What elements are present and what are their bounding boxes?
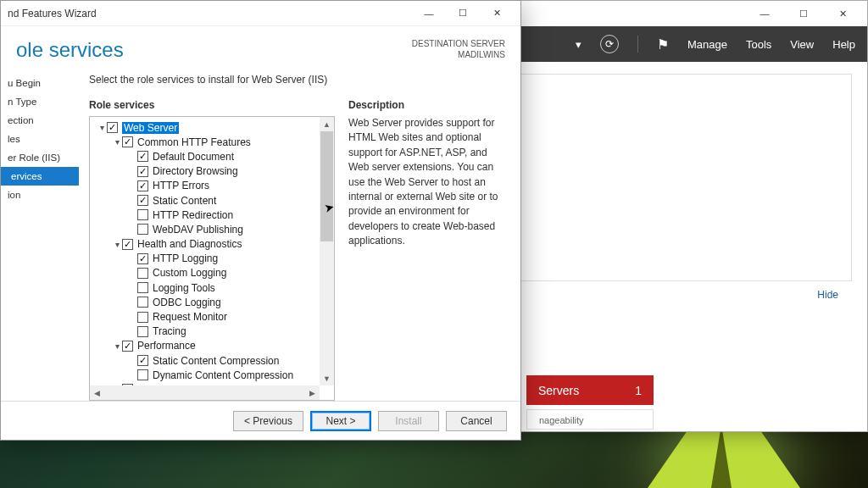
checkbox[interactable] [137,195,148,206]
role-services-tree: ▾Web Server▾Common HTTP FeaturesDefault … [89,116,335,401]
nav-step[interactable]: er Role (IIS) [1,148,79,167]
expand-icon[interactable]: ▾ [112,341,122,351]
tree-node[interactable]: HTTP Redirection [92,208,318,222]
tree-node[interactable]: Static Content [92,193,318,208]
sm-manageability-row: nageability [526,409,654,430]
tree-label: Static Content [153,195,216,207]
checkbox[interactable] [137,282,148,293]
nav-step[interactable]: ervices [1,167,79,186]
wiz-maximize-button[interactable]: ☐ [446,5,480,22]
tree-node[interactable]: Tracing [92,324,318,339]
tree-label: Performance [137,340,196,352]
dest-value: MADILWINS [412,49,505,60]
refresh-icon[interactable]: ⟳ [600,35,619,53]
sm-maximize-button[interactable]: ☐ [784,1,823,26]
tree-node[interactable]: Default Document [92,149,318,164]
sm-close-button[interactable]: ✕ [823,1,862,26]
wizard-header: ole services DESTINATION SERVER MADILWIN… [1,26,520,69]
checkbox[interactable] [137,268,148,279]
checkbox[interactable] [137,253,148,264]
tree-node[interactable]: Custom Logging [92,266,318,280]
install-button: Install [378,411,439,431]
nav-step[interactable]: ion [1,186,79,204]
expand-icon[interactable]: ▾ [97,123,107,132]
tree-label: Logging Tools [153,282,215,294]
dest-label: DESTINATION SERVER [412,38,505,49]
menu-view[interactable]: View [790,38,814,51]
tree-node[interactable]: ODBC Logging [92,295,318,309]
flag-icon[interactable]: ⚑ [657,36,669,53]
cancel-button[interactable]: Cancel [446,411,507,431]
tree-node[interactable]: ▾Performance [92,339,318,353]
description-heading: Description [348,99,507,111]
page-heading: ole services [16,38,124,62]
tree-label: Tracing [153,325,186,337]
tree-node[interactable]: ▾Health and Diagnostics [92,237,318,252]
nav-step[interactable]: u Begin [1,74,79,92]
checkbox[interactable] [122,341,133,352]
tree-node[interactable]: Logging Tools [92,280,318,295]
tile-count: 1 [635,384,642,397]
tree-label: Web Server [122,122,179,134]
tree-label: Directory Browsing [153,165,238,177]
tree-label: HTTP Logging [153,252,218,264]
wizard-titlebar[interactable]: nd Features Wizard — ☐ ✕ [1,1,520,26]
nav-step[interactable]: ection [1,111,79,130]
next-button[interactable]: Next > [310,411,371,431]
tree-label: HTTP Errors [153,180,209,191]
tree-node[interactable]: HTTP Logging [92,252,318,266]
wiz-close-button[interactable]: ✕ [480,5,514,22]
tree-node[interactable]: ▾Common HTTP Features [92,135,318,149]
scroll-thumb[interactable] [320,131,333,241]
tree-heading: Role services [89,99,335,111]
tree-node[interactable]: WebDAV Publishing [92,222,318,236]
checkbox[interactable] [137,312,148,323]
checkbox[interactable] [137,224,148,235]
sm-caret-icon[interactable]: ▾ [576,38,581,51]
previous-button[interactable]: < Previous [233,411,303,431]
separator [637,36,638,53]
tree-label: Request Monitor [153,311,227,323]
expand-icon[interactable]: ▾ [112,137,122,147]
tree-node[interactable]: Dynamic Content Compression [92,368,318,382]
tree-label: Common HTTP Features [137,136,251,148]
checkbox[interactable] [107,122,118,133]
tree-label: ODBC Logging [153,297,221,308]
destination-info: DESTINATION SERVER MADILWINS [412,38,505,62]
wiz-minimize-button[interactable]: — [412,5,446,22]
nav-step[interactable]: n Type [1,92,79,111]
sm-servers-tile[interactable]: Servers 1 [526,375,654,405]
sm-minimize-button[interactable]: — [745,1,784,26]
tree-hscrollbar[interactable]: ◀ ▶ [90,385,320,400]
checkbox[interactable] [137,166,148,177]
tree-node[interactable]: Request Monitor [92,309,318,324]
sm-hide-link[interactable]: Hide [817,289,838,301]
scroll-left-icon[interactable]: ◀ [90,385,104,400]
tree-node[interactable]: Directory Browsing [92,164,318,179]
tree-node[interactable]: Static Content Compression [92,353,318,368]
checkbox[interactable] [137,151,148,162]
menu-tools[interactable]: Tools [746,38,771,51]
menu-help[interactable]: Help [832,38,855,51]
checkbox[interactable] [137,369,148,380]
checkbox[interactable] [122,239,133,250]
instruction-text: Select the role services to install for … [89,74,507,86]
tree-vscrollbar[interactable]: ▲ ▼ [320,117,334,385]
tree-node[interactable]: HTTP Errors [92,179,318,193]
expand-icon[interactable]: ▾ [112,240,122,249]
tree-label: Default Document [153,151,234,163]
scroll-down-icon[interactable]: ▼ [320,371,334,385]
nav-step[interactable]: les [1,130,79,148]
checkbox[interactable] [137,180,148,191]
tree-label: HTTP Redirection [153,209,233,221]
checkbox[interactable] [137,297,148,308]
checkbox[interactable] [122,136,133,147]
wizard-nav: u Beginn Typeectionleser Role (IIS)ervic… [1,69,79,401]
tree-node[interactable]: ▾Web Server [92,120,318,135]
menu-manage[interactable]: Manage [687,38,727,51]
scroll-up-icon[interactable]: ▲ [320,117,334,131]
checkbox[interactable] [137,326,148,337]
checkbox[interactable] [137,209,148,220]
scroll-right-icon[interactable]: ▶ [305,385,320,400]
checkbox[interactable] [137,355,148,366]
